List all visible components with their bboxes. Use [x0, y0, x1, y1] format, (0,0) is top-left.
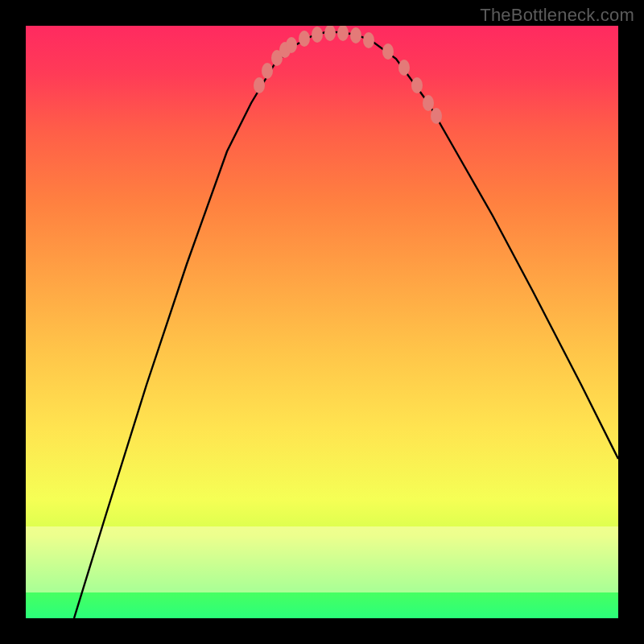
- highlight-markers: [254, 26, 442, 124]
- marker-dot: [262, 63, 273, 79]
- marker-dot: [411, 77, 423, 93]
- curve-svg: [26, 26, 618, 618]
- marker-dot: [431, 108, 442, 124]
- marker-dot: [350, 27, 361, 43]
- marker-dot: [363, 32, 374, 48]
- marker-dot: [398, 60, 410, 76]
- marker-dot: [254, 77, 265, 93]
- marker-dot: [299, 31, 310, 47]
- marker-dot: [286, 37, 297, 53]
- marker-dot: [337, 26, 349, 41]
- watermark-text: TheBottleneck.com: [480, 5, 634, 26]
- bottleneck-curve: [74, 32, 618, 618]
- marker-dot: [312, 27, 323, 43]
- marker-dot: [324, 26, 336, 41]
- marker-dot: [382, 43, 394, 60]
- plot-area: [26, 26, 618, 618]
- chart-frame: TheBottleneck.com: [0, 0, 644, 644]
- marker-dot: [423, 95, 434, 111]
